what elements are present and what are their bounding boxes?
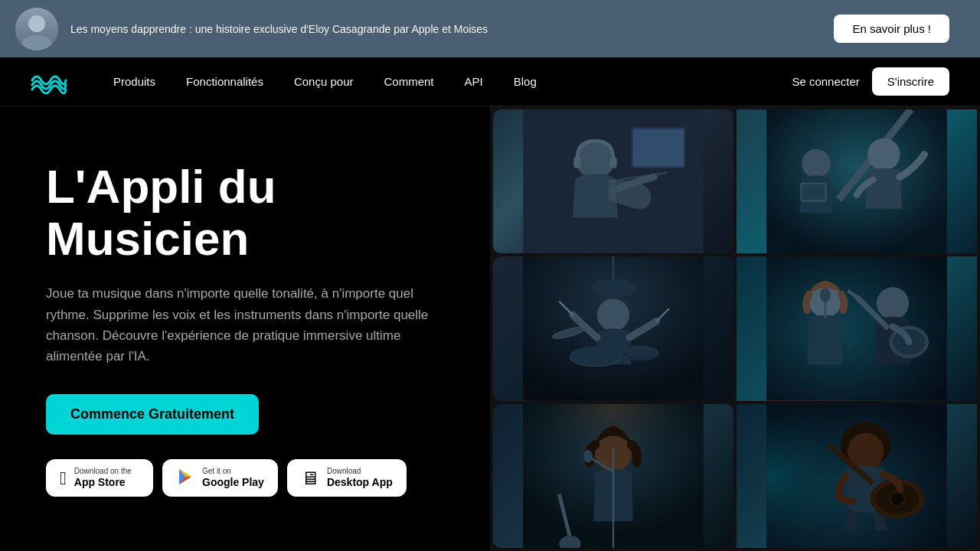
banner-left: Les moyens dapprendre : une histoire exc… [15, 8, 488, 51]
google-play-icon [176, 468, 194, 488]
nav-actions: Se connecter S'inscrire [792, 67, 949, 96]
google-play-button[interactable]: Get it on Google Play [162, 459, 278, 497]
hero-title: L'Appli du Musicien [46, 161, 444, 265]
svg-rect-9 [609, 157, 616, 168]
app-store-name: App Store [74, 476, 132, 489]
google-play-name: Google Play [202, 476, 264, 489]
bass-player-svg [493, 109, 733, 253]
svg-point-21 [591, 279, 636, 298]
logo[interactable] [31, 70, 67, 94]
nav-link-api[interactable]: API [465, 75, 483, 88]
banner-avatar [15, 8, 58, 51]
singer-svg [493, 404, 733, 548]
app-store-sub: Download on the [74, 467, 132, 476]
hero-description: Joue ta musique dans n'importe quelle to… [46, 283, 444, 367]
svg-point-46 [583, 450, 593, 462]
svg-rect-17 [802, 185, 824, 200]
signup-button[interactable]: S'inscrire [872, 67, 949, 96]
desktop-icon: 🖥 [301, 469, 319, 487]
desktop-app-button[interactable]: 🖥 Download Desktop App [287, 459, 407, 497]
guitarist-svg [737, 404, 977, 548]
svg-point-22 [597, 299, 629, 331]
nav-link-concu-pour[interactable]: Conçu pour [294, 75, 354, 88]
image-collab-scene [737, 109, 977, 253]
desktop-name: Desktop App [327, 476, 393, 489]
desktop-sub: Download [327, 467, 393, 476]
svg-point-15 [802, 149, 831, 178]
cta-button[interactable]: Commence Gratuitement [46, 394, 259, 435]
duo-svg [737, 256, 977, 400]
svg-rect-8 [573, 157, 580, 168]
nav-links: Produits Fonctionnalités Conçu pour Comm… [113, 75, 792, 88]
banner-text: Les moyens dapprendre : une histoire exc… [70, 23, 488, 35]
svg-point-28 [622, 346, 658, 358]
svg-point-34 [820, 289, 831, 303]
nav-link-blog[interactable]: Blog [514, 75, 537, 88]
image-drummer [493, 256, 733, 400]
nav-link-fonctionnalites[interactable]: Fonctionnalités [186, 75, 263, 88]
nav-link-produits[interactable]: Produits [113, 75, 155, 88]
svg-rect-6 [633, 129, 684, 166]
google-play-sub: Get it on [202, 467, 264, 476]
apple-icon:  [60, 469, 67, 487]
app-store-button[interactable]:  Download on the App Store [46, 459, 153, 497]
hero-section: L'Appli du Musicien Joue ta musique dans… [0, 106, 980, 551]
image-guitarist [737, 404, 977, 548]
svg-point-35 [877, 287, 909, 319]
navbar: Produits Fonctionnalités Conçu pour Comm… [0, 57, 980, 106]
hero-image-grid [490, 106, 980, 551]
logo-icon [31, 70, 67, 94]
drums-svg [493, 256, 733, 400]
store-buttons:  Download on the App Store Ge [46, 459, 444, 497]
image-duo [737, 256, 977, 400]
signin-link[interactable]: Se connecter [792, 75, 859, 88]
hero-left: L'Appli du Musicien Joue ta musique dans… [0, 106, 490, 551]
collab-svg [737, 109, 977, 253]
top-banner: Les moyens dapprendre : une histoire exc… [0, 0, 980, 57]
svg-point-57 [890, 491, 905, 506]
svg-point-14 [867, 139, 900, 171]
svg-point-26 [570, 347, 621, 365]
banner-cta-button[interactable]: En savoir plus ! [834, 15, 949, 43]
nav-link-comment[interactable]: Comment [384, 75, 434, 88]
image-singer [493, 404, 733, 548]
image-bass-player [493, 109, 733, 253]
